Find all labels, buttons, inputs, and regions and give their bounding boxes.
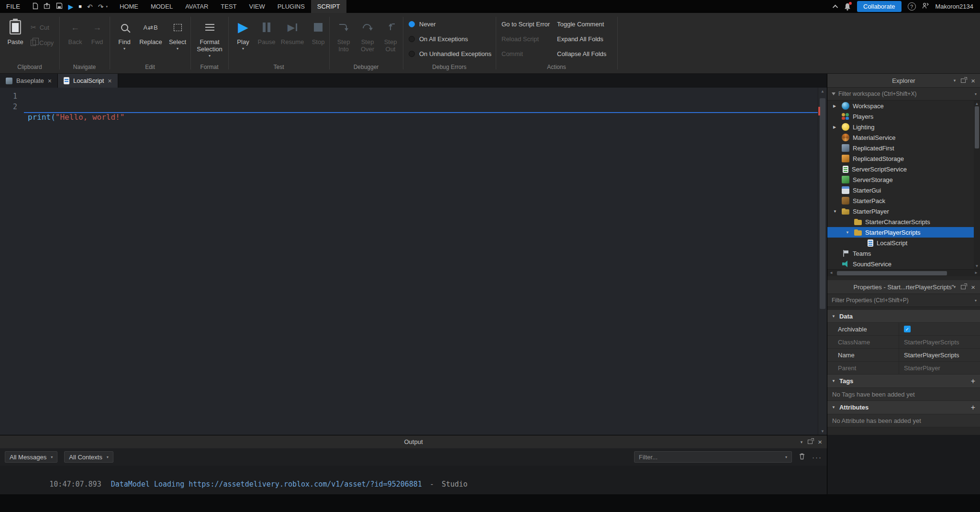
- more-options-icon[interactable]: ···: [812, 453, 822, 461]
- tab-localscript[interactable]: LocalScript ×: [58, 74, 118, 88]
- section-data[interactable]: ▼ Data: [827, 310, 980, 323]
- format-selection-button[interactable]: Format Selection ▾: [193, 18, 226, 57]
- step-into-button[interactable]: Step Into: [332, 18, 355, 53]
- help-icon[interactable]: ?: [908, 2, 916, 11]
- property-row-classname[interactable]: ClassName StarterPlayerScripts: [827, 336, 980, 349]
- explorer-item-replicatedstorage[interactable]: ReplicatedStorage: [827, 153, 980, 164]
- popout-icon[interactable]: [808, 440, 813, 444]
- collapse-arrow-icon[interactable]: ▼: [846, 230, 854, 235]
- code-area[interactable]: print("Hello, world!": [24, 88, 818, 435]
- explorer-item-serverstorage[interactable]: ServerStorage: [827, 174, 980, 185]
- panel-caret-icon[interactable]: ▾: [954, 78, 956, 83]
- expand-arrow-icon[interactable]: ▶: [833, 104, 842, 108]
- close-panel-icon[interactable]: ×: [971, 77, 975, 84]
- go-to-script-error-button[interactable]: Go to Script Error: [501, 19, 550, 29]
- explorer-item-serverscriptservice[interactable]: ServerScriptService: [827, 164, 980, 174]
- explorer-hscrollbar[interactable]: ◄ ►: [827, 269, 980, 276]
- menu-tab-plugins[interactable]: PLUGINS: [271, 0, 311, 13]
- expand-all-folds-button[interactable]: Expand All Folds: [557, 34, 603, 44]
- pause-button[interactable]: Pause: [256, 18, 278, 46]
- popout-icon[interactable]: [961, 79, 966, 83]
- collapse-all-folds-button[interactable]: Collapse All Folds: [557, 48, 606, 59]
- menu-tab-test[interactable]: TEST: [214, 0, 243, 13]
- contexts-filter-dropdown[interactable]: All Contexts ▾: [64, 451, 113, 463]
- replace-button[interactable]: A⇄B Replace: [137, 18, 165, 46]
- panel-caret-icon[interactable]: ▾: [801, 440, 803, 444]
- file-menu[interactable]: FILE: [0, 0, 26, 13]
- editor-scrollbar-thumb[interactable]: [820, 98, 825, 309]
- new-file-icon[interactable]: [32, 2, 38, 11]
- property-row-parent[interactable]: Parent StarterPlayer: [827, 362, 980, 375]
- menu-tab-home[interactable]: HOME: [113, 0, 145, 13]
- popout-icon[interactable]: [961, 285, 966, 289]
- explorer-header[interactable]: Explorer ▾ ×: [827, 74, 980, 88]
- collapse-arrow-icon[interactable]: ▼: [833, 209, 842, 214]
- explorer-item-teams[interactable]: Teams: [827, 248, 980, 259]
- debug-errors-unhandled-exceptions[interactable]: On Unhandled Exceptions: [409, 48, 491, 59]
- add-tag-icon[interactable]: +: [971, 377, 975, 385]
- step-out-button[interactable]: Step Out: [380, 18, 401, 53]
- script-editor[interactable]: 1 2 print("Hello, world!" ▲ ▼: [0, 88, 827, 435]
- save-icon[interactable]: [56, 2, 63, 11]
- explorer-item-startercharacterscripts[interactable]: StarterCharacterScripts: [827, 216, 980, 227]
- menu-tab-avatar[interactable]: AVATAR: [179, 0, 214, 13]
- username[interactable]: Makoron2134: [935, 3, 974, 10]
- run-icon[interactable]: ▶: [68, 3, 73, 10]
- section-tags[interactable]: ▼ Tags +: [827, 375, 980, 388]
- explorer-scrollbar[interactable]: ▲ ▼: [974, 101, 980, 269]
- panel-caret-icon[interactable]: ▾: [954, 284, 956, 289]
- copy-button[interactable]: Copy: [31, 38, 54, 47]
- resume-button[interactable]: ▶ Resume: [278, 18, 306, 46]
- cut-button[interactable]: ✂ Cut: [31, 23, 49, 32]
- explorer-item-replicatedfirst[interactable]: ReplicatedFirst: [827, 143, 980, 153]
- commit-button[interactable]: Commit: [501, 48, 523, 59]
- explorer-item-players[interactable]: Players: [827, 111, 980, 122]
- scroll-up-icon[interactable]: ▲: [818, 89, 827, 93]
- close-panel-icon[interactable]: ×: [971, 284, 975, 291]
- explorer-item-starterplayerscripts[interactable]: ▼ StarterPlayerScripts: [827, 227, 980, 238]
- scroll-down-icon[interactable]: ▼: [974, 264, 980, 268]
- property-row-name[interactable]: Name StarterPlayerScripts: [827, 349, 980, 362]
- section-attributes[interactable]: ▼ Attributes +: [827, 401, 980, 414]
- stop-button[interactable]: Stop: [309, 18, 327, 46]
- toggle-comment-button[interactable]: Toggle Comment: [557, 19, 604, 29]
- explorer-filter-input[interactable]: Filter workspace (Ctrl+Shift+X) ▾: [827, 88, 980, 101]
- section-collapse-icon[interactable]: ▼: [832, 379, 835, 383]
- explorer-item-soundservice[interactable]: SoundService: [827, 259, 980, 269]
- properties-header[interactable]: Properties - Start...rterPlayerScripts" …: [827, 280, 980, 294]
- fwd-button[interactable]: → Fwd: [87, 18, 107, 46]
- explorer-scrollbar-thumb[interactable]: [975, 106, 979, 148]
- explorer-item-materialservice[interactable]: MaterialService: [827, 132, 980, 143]
- explorer-item-workspace[interactable]: ▶ Workspace: [827, 101, 980, 111]
- step-over-button[interactable]: Step Over: [356, 18, 379, 53]
- find-button[interactable]: Find ▾: [114, 18, 135, 50]
- paste-button[interactable]: Paste: [4, 18, 27, 46]
- explorer-hscrollbar-thumb[interactable]: [837, 271, 947, 275]
- add-attribute-icon[interactable]: +: [971, 404, 975, 411]
- menu-tab-script[interactable]: SCRIPT: [311, 0, 346, 13]
- log-message[interactable]: DataModel Loading https://assetdelivery.…: [111, 480, 422, 489]
- explorer-item-starterpack[interactable]: StarterPack: [827, 195, 980, 206]
- property-row-archivable[interactable]: Archivable ✓: [827, 323, 980, 336]
- stop-icon[interactable]: ■: [78, 4, 82, 9]
- output-filter-input[interactable]: Filter... ▾: [634, 451, 792, 463]
- open-file-icon[interactable]: [44, 2, 51, 11]
- back-button[interactable]: ← Back: [65, 18, 85, 46]
- explorer-item-lighting[interactable]: ▶ Lighting: [827, 122, 980, 132]
- expand-arrow-icon[interactable]: ▶: [833, 125, 842, 129]
- menu-tab-view[interactable]: VIEW: [243, 0, 271, 13]
- section-collapse-icon[interactable]: ▼: [832, 405, 835, 410]
- output-header[interactable]: Output ▾ ×: [0, 435, 827, 448]
- name-value[interactable]: StarterPlayerScripts: [899, 349, 980, 361]
- properties-filter-input[interactable]: Filter Properties (Ctrl+Shift+P) ▾: [827, 294, 980, 307]
- redo-caret-icon[interactable]: ▾: [106, 5, 108, 9]
- tab-baseplate[interactable]: Baseplate ×: [0, 74, 58, 88]
- share-icon[interactable]: [922, 2, 929, 11]
- editor-scrollbar[interactable]: ▲ ▼: [818, 88, 827, 435]
- reload-script-button[interactable]: Reload Script: [501, 34, 539, 44]
- scroll-left-icon[interactable]: ◄: [829, 271, 833, 275]
- collapse-ribbon-icon[interactable]: [833, 4, 838, 10]
- messages-filter-dropdown[interactable]: All Messages ▾: [5, 451, 57, 463]
- scroll-right-icon[interactable]: ►: [974, 271, 978, 275]
- play-button[interactable]: ▶ Play ▾: [233, 18, 254, 50]
